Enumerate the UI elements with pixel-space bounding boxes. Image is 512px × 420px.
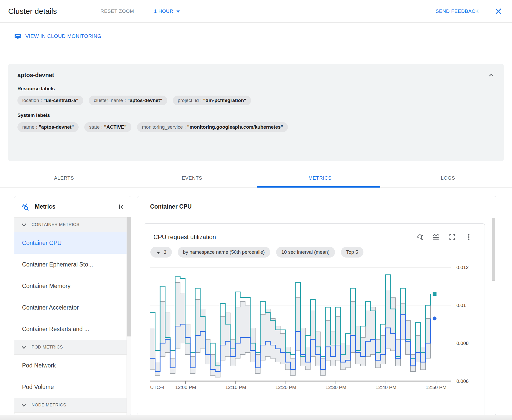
resource-labels-row: location:"us-central1-a" cluster_name:"a… [17,96,495,105]
sidebar-item-container-memory[interactable]: Container Memory [14,275,131,297]
reset-zoom-button[interactable]: RESET ZOOM [100,8,134,14]
svg-text:0.01: 0.01 [456,303,466,308]
chip-key: cluster_name [94,98,123,103]
filter-count-chip[interactable]: 3 [150,247,172,258]
svg-text:12:20 PM: 12:20 PM [275,385,296,390]
chip-key: monitoring_service [142,124,183,130]
chevron-down-icon [22,403,26,407]
sidebar-title: Metrics [35,203,118,210]
chip-value: "dm-pcfmigration" [203,98,246,103]
chip-key: location [22,98,39,103]
section-label: CONTAINER METRICS [32,222,79,227]
label-chip: project_id:"dm-pcfmigration" [173,96,251,105]
chip-value: "aptos-devnet" [39,124,74,130]
metrics-main-panel: Container CPU CPU request utilization [137,196,496,415]
sidebar-scrollbar[interactable] [127,217,131,415]
system-labels-row: name:"aptos-devnet" state:"ACTIVE" monit… [17,122,495,132]
sidebar-item-container-restarts[interactable]: Container Restarts and ... [14,318,131,340]
sidebar-item-container-ephemeral-storage[interactable]: Container Ephemeral Sto... [14,254,131,275]
panel-header: Cluster details RESET ZOOM 1 HOUR SEND F… [0,0,512,23]
cluster-details-card: aptos-devnet Resource labels location:"u… [8,64,504,161]
svg-text:12:00 PM: 12:00 PM [175,385,196,390]
section-label: NODE METRICS [32,403,66,408]
interval-chip[interactable]: 10 sec interval (mean) [276,247,335,258]
more-options-button[interactable] [465,233,472,241]
tab-logs[interactable]: LOGS [384,169,512,187]
cluster-name: aptos-devnet [17,72,488,79]
close-button[interactable] [495,7,502,15]
groupby-chip[interactable]: by namespace name (50th percentile) [178,247,270,258]
page-title: Cluster details [8,7,57,16]
area-chart-icon [432,233,440,241]
chip-separator: : [101,124,102,130]
zoom-reset-icon [416,233,423,241]
monitoring-link-row: VIEW IN CLOUD MONITORING [0,23,512,50]
system-labels-heading: System labels [17,112,495,118]
chip-separator: : [184,124,186,130]
label-chip: location:"us-central1-a" [17,96,83,105]
sidebar-item-pod-volume[interactable]: Pod Volume [14,376,131,398]
tab-alerts[interactable]: ALERTS [0,169,128,187]
kebab-menu-icon [465,233,472,241]
main-scrollbar-thumb[interactable] [492,218,495,281]
svg-text:0.006: 0.006 [456,378,469,384]
chip-separator: : [200,98,202,103]
label-chip: cluster_name:"aptos-devnet" [89,96,167,105]
chevron-up-icon [488,72,495,79]
main-panel-title: Container CPU [137,196,496,217]
section-pod-metrics[interactable]: POD METRICS [14,340,131,355]
filter-count: 3 [164,249,166,255]
chart-title: CPU request utilization [153,233,416,241]
section-node-metrics[interactable]: NODE METRICS [14,398,131,413]
sidebar-item-pod-network[interactable]: Pod Network [14,355,131,376]
chevron-down-icon [22,223,26,227]
svg-text:12:30 PM: 12:30 PM [326,385,346,390]
chart-mode-button[interactable] [432,233,440,241]
time-range-label: 1 HOUR [154,8,173,14]
label-chip: name:"aptos-devnet" [17,122,79,132]
zoom-reset-button[interactable] [416,233,423,241]
chip-separator: : [41,98,42,103]
tab-events[interactable]: EVENTS [128,169,256,187]
chip-key: state [89,124,100,130]
sidebar-item-container-accelerator[interactable]: Container Accelerator [14,297,131,318]
svg-text:12:10 PM: 12:10 PM [225,385,246,390]
resource-labels-heading: Resource labels [17,86,495,91]
filter-icon [156,250,161,255]
topn-chip[interactable]: Top 5 [341,247,363,258]
label-chip: monitoring_service:"monitoring.googleapi… [137,122,288,132]
chart-filter-row: 3 by namespace name (50th percentile) 10… [150,247,485,258]
panel-collapse-icon [118,203,125,210]
section-container-metrics[interactable]: CONTAINER METRICS [14,217,131,232]
chart-plot: 0.0120.010.0080.00612:00 PM12:10 PM12:20… [150,262,479,390]
chip-value: "us-central1-a" [44,98,78,103]
chip-key: name [22,124,35,130]
chevron-down-icon [22,345,26,349]
svg-text:12:50 PM: 12:50 PM [426,385,446,390]
chart-card: CPU request utilization [144,223,485,415]
send-feedback-button[interactable]: SEND FEEDBACK [436,8,479,14]
tab-bar: ALERTS EVENTS METRICS LOGS [0,169,512,188]
content-area: Metrics CONTAINER METRICS Container CPU … [0,188,512,420]
sidebar-header: Metrics [14,196,131,217]
sidebar-item-container-cpu[interactable]: Container CPU [14,232,131,254]
collapse-card-button[interactable] [488,72,495,79]
fullscreen-button[interactable] [449,233,456,241]
chevron-down-icon [176,11,180,13]
chip-value: "aptos-devnet" [127,98,162,103]
view-in-cloud-monitoring-link[interactable]: VIEW IN CLOUD MONITORING [14,33,101,40]
chip-value: "monitoring.googleapis.com/kubernetes" [187,124,283,130]
fullscreen-icon [449,233,456,241]
chip-separator: : [124,98,126,103]
window-bottom-edge [0,415,512,420]
time-range-dropdown[interactable]: 1 HOUR [154,8,180,14]
tab-metrics[interactable]: METRICS [256,169,384,187]
label-chip: state:"ACTIVE" [84,122,131,132]
cloud-monitoring-icon [14,33,22,40]
chip-value: "ACTIVE" [104,124,127,130]
collapse-sidebar-button[interactable] [118,203,125,210]
cpu-utilization-chart[interactable]: 0.0120.010.0080.00612:00 PM12:10 PM12:20… [150,262,478,391]
close-icon [495,7,502,15]
sidebar-scrollbar-thumb[interactable] [127,217,131,336]
svg-text:0.012: 0.012 [456,265,469,270]
